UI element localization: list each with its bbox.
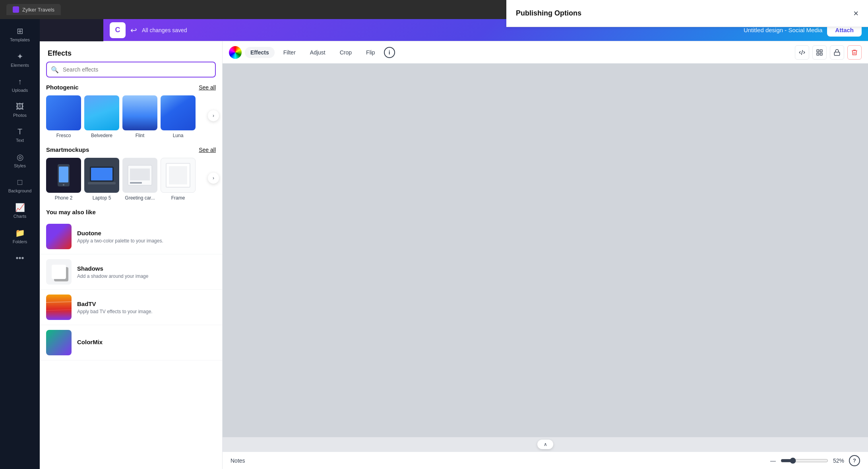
colormix-title: ColorMix (77, 339, 216, 345)
sidebar-item-uploads[interactable]: ↑ Uploads (2, 73, 37, 97)
sidebar-item-folders[interactable]: 📁 Folders (2, 224, 37, 248)
templates-label: Templates (10, 37, 30, 42)
effect-belvedere[interactable]: Belvedere (84, 95, 119, 138)
publishing-options-close[interactable]: × (853, 8, 858, 19)
greeting-label: Greeting car... (125, 195, 155, 201)
smartmockups-header: Smartmockups See all (46, 146, 216, 153)
effect-shadows[interactable]: Shadows Add a shadow around your image (40, 254, 222, 290)
svg-line-12 (46, 310, 72, 310)
svg-rect-5 (88, 182, 116, 184)
search-input[interactable] (46, 62, 216, 78)
svg-rect-14 (820, 50, 822, 52)
svg-point-2 (63, 184, 64, 186)
zoom-slider[interactable] (781, 457, 828, 464)
shadows-info: Shadows Add a shadow around your image (77, 265, 216, 279)
badtv-thumb (46, 295, 72, 320)
flint-label: Flint (136, 133, 145, 138)
image-toolbar: Effects Filter Adjust Crop Flip i (223, 41, 868, 64)
grid-button[interactable] (812, 45, 827, 60)
effect-badtv[interactable]: BadTV Apply bad TV effects to your image… (40, 290, 222, 325)
sidebar-item-styles[interactable]: ◎ Styles (2, 148, 37, 172)
tab-label: Zylker Travels (22, 7, 54, 13)
smartmockups-title: Smartmockups (46, 146, 89, 153)
sidebar-item-photos[interactable]: 🖼 Photos (2, 98, 37, 122)
photogenic-next-btn[interactable]: › (208, 110, 219, 121)
badtv-desc: Apply bad TV effects to your image. (77, 309, 216, 314)
duotone-title: Duotone (77, 230, 216, 236)
background-icon: □ (17, 178, 22, 187)
badtv-info: BadTV Apply bad TV effects to your image… (77, 300, 216, 314)
canvas-content[interactable] (223, 64, 868, 437)
phone2-label: Phone 2 (55, 195, 73, 201)
smartmockups-next-btn[interactable]: › (208, 172, 219, 184)
uploads-icon: ↑ (18, 77, 22, 86)
photogenic-grid: Fresco Belvedere Flint Luna › (46, 95, 216, 138)
sidebar-item-text[interactable]: T Text (2, 123, 37, 147)
tab-favicon (13, 6, 19, 13)
effect-colormix[interactable]: ColorMix (40, 325, 222, 360)
tab-flip[interactable]: Flip (360, 47, 381, 58)
tab-crop[interactable]: Crop (334, 47, 357, 58)
photogenic-title: Photogenic (46, 84, 79, 91)
design-title: Untitled design - Social Media (744, 27, 822, 33)
help-button[interactable]: ? (849, 455, 860, 466)
badtv-title: BadTV (77, 300, 216, 307)
styles-icon: ◎ (17, 152, 23, 162)
frame-label: Frame (171, 195, 185, 201)
sidebar-nav: ⊞ Templates ✦ Elements ↑ Uploads 🖼 Photo… (0, 19, 40, 469)
mockup-greeting[interactable]: Greeting car... (122, 158, 157, 201)
fresco-label: Fresco (56, 133, 71, 138)
elements-icon: ✦ (17, 52, 23, 61)
browser-tab[interactable]: Zylker Travels (6, 4, 61, 15)
folders-icon: 📁 (15, 228, 25, 238)
undo-button[interactable]: ↩ (130, 25, 137, 35)
sidebar-item-charts[interactable]: 📈 Charts (2, 199, 37, 223)
tab-adjust[interactable]: Adjust (304, 47, 331, 58)
colormix-thumb (46, 330, 72, 355)
mockup-frame[interactable]: Frame (161, 158, 196, 201)
photogenic-see-all[interactable]: See all (199, 84, 216, 91)
color-wheel[interactable] (229, 46, 242, 59)
canvas-area: Effects Filter Adjust Crop Flip i (223, 41, 868, 469)
flint-thumb (122, 95, 157, 130)
notes-label[interactable]: Notes (231, 457, 245, 464)
canva-logo: C (110, 22, 126, 38)
search-icon: 🔍 (51, 66, 59, 74)
sidebar-item-elements[interactable]: ✦ Elements (2, 48, 37, 72)
lock-button[interactable] (830, 45, 844, 60)
effect-duotone[interactable]: Duotone Apply a two-color palette to you… (40, 219, 222, 254)
duotone-thumb (46, 224, 72, 249)
templates-icon: ⊞ (17, 26, 23, 36)
duotone-info: Duotone Apply a two-color palette to you… (77, 230, 216, 244)
mockup-phone2[interactable]: Phone 2 (46, 158, 81, 201)
svg-line-11 (46, 302, 72, 302)
laptop5-thumb (84, 158, 119, 193)
copy-style-button[interactable] (795, 45, 809, 60)
sidebar-item-more[interactable]: ••• (2, 250, 37, 267)
collapse-notes-btn[interactable]: ∧ (537, 440, 553, 449)
svg-rect-7 (130, 169, 150, 180)
smartmockups-grid: Phone 2 Laptop 5 (46, 158, 216, 201)
tab-effects[interactable]: Effects (245, 47, 275, 58)
mockup-laptop5[interactable]: Laptop 5 (84, 158, 119, 201)
text-label: Text (16, 138, 24, 143)
sidebar-item-templates[interactable]: ⊞ Templates (2, 22, 37, 46)
photos-label: Photos (13, 113, 27, 118)
svg-rect-1 (59, 167, 68, 182)
svg-rect-10 (169, 166, 187, 184)
sidebar-item-background[interactable]: □ Background (2, 174, 37, 197)
belvedere-thumb (84, 95, 119, 130)
duotone-desc: Apply a two-color palette to your images… (77, 238, 216, 244)
more-icon: ••• (15, 254, 24, 263)
smartmockups-see-all[interactable]: See all (199, 147, 216, 153)
effect-flint[interactable]: Flint (122, 95, 157, 138)
bottom-bar: Notes — 52% ? (223, 452, 868, 469)
info-button[interactable]: i (384, 47, 395, 58)
effect-fresco[interactable]: Fresco (46, 95, 81, 138)
effect-luna[interactable]: Luna (161, 95, 196, 138)
tab-filter[interactable]: Filter (278, 47, 301, 58)
also-like-list: Duotone Apply a two-color palette to you… (40, 219, 222, 360)
smartmockups-section: Smartmockups See all Phone 2 (40, 146, 222, 209)
shadows-thumb (46, 259, 72, 285)
delete-button[interactable] (847, 45, 862, 60)
